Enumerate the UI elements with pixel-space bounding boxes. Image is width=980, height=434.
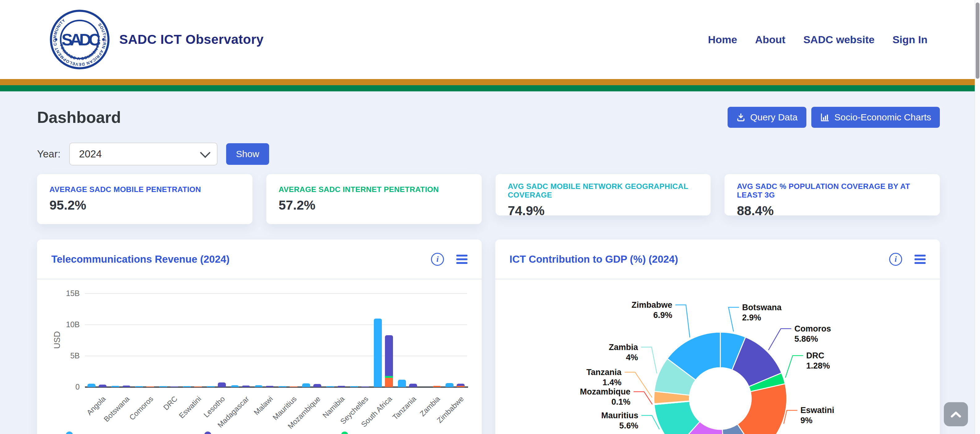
stat-value: 88.4% — [737, 203, 928, 218]
stat-title: AVG SADC MOBILE NETWORK GEOGRAPHICAL COV… — [508, 182, 698, 200]
year-select-value: 2024 — [79, 148, 102, 160]
chart-title: Telecommunications Revenue (2024) — [51, 253, 229, 265]
logo-monogram: SADC — [62, 30, 100, 49]
slice-label-Zambia: Zambia4% — [609, 343, 638, 362]
label-connector-DRC — [785, 356, 803, 378]
show-button[interactable]: Show — [226, 143, 269, 165]
stat-value: 74.9% — [508, 203, 698, 218]
stat-title: AVG SADC % POPULATION COVERAGE BY AT LEA… — [737, 182, 928, 200]
bar-Comoros-s1[interactable] — [135, 386, 143, 387]
gold-stripe — [0, 79, 980, 85]
slice-label-Tanzania: Tanzania1.4% — [586, 367, 622, 387]
bar-Botswana-s4[interactable] — [123, 385, 130, 387]
y-axis-tick-label: 10B — [46, 320, 80, 329]
bar-Angola-s4[interactable] — [99, 385, 107, 387]
bar-Malawi-s1[interactable] — [255, 385, 262, 387]
bar-DRC-s4[interactable] — [170, 386, 178, 387]
chart-menu-icon[interactable] — [915, 255, 926, 264]
bar-Malawi-s4[interactable] — [266, 386, 274, 387]
chevron-down-icon — [200, 147, 210, 158]
bar-Madagascar-s4[interactable] — [242, 385, 250, 387]
year-select[interactable]: 2024 — [69, 143, 218, 165]
nav-link-sadc-website[interactable]: SADC website — [803, 34, 875, 46]
bar-Zimbabwe-s2[interactable] — [457, 386, 465, 387]
telecom-revenue-chart-card: Telecommunications Revenue (2024) i 05B1… — [37, 239, 482, 434]
bar-Angola-s1[interactable] — [88, 384, 95, 387]
main-nav: Home About SADC website Sign In — [708, 34, 928, 46]
slice-label-Mozambique: Mozambique0.1% — [580, 387, 631, 407]
y-axis-tick-label: 5B — [46, 351, 80, 360]
download-icon — [736, 112, 746, 122]
info-icon[interactable]: i — [431, 253, 444, 266]
sadc-logo: SOUTHERN AFRICAN DEVELOPMENT COMMUNITY T… — [49, 9, 110, 70]
bar-Lesotho-s4[interactable] — [218, 382, 226, 387]
legend-dot[interactable] — [341, 432, 348, 434]
app-title: SADC ICT Observatory — [119, 32, 264, 47]
bar-Eswatini-s2[interactable] — [194, 386, 202, 387]
bar-Seychelles-s1[interactable] — [350, 386, 358, 387]
socio-economic-charts-label: Socio-Economic Charts — [834, 112, 931, 122]
y-axis-title: USD — [52, 323, 62, 357]
y-gridline — [85, 325, 467, 325]
chart-menu-icon[interactable] — [456, 255, 468, 264]
slice-label-DRC: DRC1.28% — [807, 351, 830, 371]
nav-link-about[interactable]: About — [755, 34, 785, 46]
y-gridline — [85, 293, 467, 294]
bar-Mozambique-s4[interactable] — [313, 384, 321, 387]
slice-label-Comoros: Comoros5.86% — [794, 324, 831, 344]
bar-Zimbabwe-s4[interactable] — [457, 384, 465, 386]
stat-card-internet-penetration: AVERAGE SADC INTERNET PENETRATION 57.2% — [266, 174, 482, 224]
nav-link-home[interactable]: Home — [708, 34, 737, 46]
socio-economic-charts-button[interactable]: Socio-Economic Charts — [811, 107, 940, 128]
label-connector-Zimbabwe — [675, 305, 690, 338]
donut-slice-Eswatini[interactable] — [737, 384, 787, 434]
label-connector-Comoros — [768, 329, 791, 350]
bar-Eswatini-s1[interactable] — [183, 386, 191, 387]
info-icon[interactable]: i — [889, 253, 902, 266]
bar-Lesotho-s1[interactable] — [207, 386, 215, 387]
scrollbar-thumb[interactable] — [976, 2, 979, 79]
bar-South Africa-s1[interactable] — [374, 318, 382, 387]
bar-Namibia-s4[interactable] — [337, 386, 345, 387]
query-data-button[interactable]: Query Data — [728, 107, 806, 128]
bar-South Africa-s2[interactable] — [385, 378, 393, 387]
bar-Madagascar-s1[interactable] — [231, 385, 239, 387]
ict-gdp-chart-card: ICT Contribution to GDP (%) (2024) i Bot… — [495, 239, 940, 434]
bar-Comoros-s2[interactable] — [146, 386, 154, 387]
slice-label-Zimbabwe: Zimbabwe6.9% — [632, 300, 672, 320]
slice-label-Botswana: Botswana2.9% — [742, 303, 782, 322]
main-content: Dashboard Query Data Socio-Economic Char… — [0, 107, 980, 434]
query-data-label: Query Data — [750, 112, 797, 122]
bar-Zimbabwe-s1[interactable] — [445, 383, 453, 387]
label-connector-Zambia — [641, 347, 657, 374]
bar-South Africa-s3[interactable] — [385, 376, 393, 378]
stat-card-3g-coverage: AVG SADC % POPULATION COVERAGE BY AT LEA… — [724, 174, 940, 215]
nav-link-sign-in[interactable]: Sign In — [892, 34, 928, 46]
show-button-label: Show — [236, 149, 259, 159]
slice-label-Eswatini: Eswatini9% — [800, 405, 834, 425]
bar-Mozambique-s1[interactable] — [302, 383, 310, 387]
bar-Seychelles-s4[interactable] — [361, 386, 369, 387]
brand: SOUTHERN AFRICAN DEVELOPMENT COMMUNITY T… — [49, 9, 264, 70]
y-axis-tick-label: 0 — [46, 382, 80, 391]
stat-title: AVERAGE SADC MOBILE PENETRATION — [49, 185, 240, 194]
bar-Tanzania-s4[interactable] — [409, 384, 417, 387]
scroll-to-top-button[interactable] — [944, 402, 968, 426]
bar-South Africa-s4[interactable] — [385, 335, 393, 375]
slice-label-Mauritius: Mauritius5.6% — [601, 411, 638, 430]
bar-DRC-s1[interactable] — [159, 386, 167, 387]
bar-Tanzania-s1[interactable] — [398, 380, 406, 387]
bar-Namibia-s1[interactable] — [326, 386, 334, 387]
charts-row: Telecommunications Revenue (2024) i 05B1… — [37, 239, 940, 434]
bar-Zambia-s2[interactable] — [433, 386, 441, 387]
stat-card-geographical-coverage: AVG SADC MOBILE NETWORK GEOGRAPHICAL COV… — [496, 174, 711, 215]
app-header: SOUTHERN AFRICAN DEVELOPMENT COMMUNITY T… — [0, 0, 980, 79]
bar-Botswana-s1[interactable] — [111, 386, 119, 387]
bar-Mauritius-s2[interactable] — [290, 386, 298, 387]
bar-Mauritius-s1[interactable] — [278, 386, 286, 387]
page-title: Dashboard — [37, 108, 121, 127]
y-axis-tick-label: 15B — [46, 289, 80, 298]
page-actions: Query Data Socio-Economic Charts — [728, 107, 940, 128]
y-gridline — [85, 356, 467, 356]
donut-slice-Mauritius[interactable] — [654, 401, 700, 434]
